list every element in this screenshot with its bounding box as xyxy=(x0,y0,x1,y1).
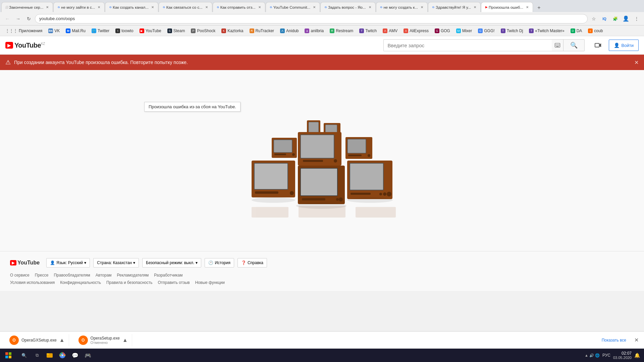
history-button[interactable]: 🕐 История xyxy=(205,258,234,267)
bookmark-twitchmaster[interactable]: T «Twitch Master» xyxy=(526,27,567,35)
extensions-icon[interactable]: 🧩 xyxy=(610,14,620,23)
taskbar-files-icon[interactable] xyxy=(44,349,56,361)
tab-5[interactable]: G Как отправить отз... ✕ xyxy=(213,2,265,12)
taskbar-search-icon[interactable]: 🔍 xyxy=(18,349,30,361)
show-all-downloads-button[interactable]: Показать все xyxy=(602,338,626,343)
bookmark-twitch[interactable]: T Twitch xyxy=(357,27,379,35)
error-close-button[interactable]: ✕ xyxy=(634,59,639,66)
download-chevron-1[interactable]: ▲ xyxy=(59,337,65,343)
help-button[interactable]: ❓ Справка xyxy=(237,258,267,267)
taskbar-app-icon[interactable]: 🎮 xyxy=(82,349,94,361)
taskbar-systray: ▲ 🔊 🌐 xyxy=(585,353,600,358)
footer-link-new-features[interactable]: Новые функции xyxy=(195,280,225,285)
bookmark-amv[interactable]: A AMV xyxy=(380,27,400,35)
country-select[interactable]: Страна: Казахстан ▾ xyxy=(93,258,139,267)
search-input[interactable] xyxy=(383,39,552,51)
tab-favicon-5: G xyxy=(216,5,220,10)
bookmark-star-icon[interactable]: ☆ xyxy=(589,14,598,23)
bookmark-rutracker[interactable]: R RuTracker xyxy=(247,27,277,35)
tab-9[interactable]: G Здравствуйте! Я у... ✕ xyxy=(428,2,481,12)
tab-2[interactable]: G не могу зайти в с... ✕ xyxy=(53,2,105,12)
tab-close-9[interactable]: ✕ xyxy=(472,5,478,10)
bookmark-aliexpress[interactable]: A AliExpress xyxy=(401,27,431,35)
tab-1[interactable]: ⬜ Законченные сер... ✕ xyxy=(1,2,53,12)
svg-rect-27 xyxy=(301,135,334,158)
tab-7[interactable]: G Задать вопрос - Яо... ✕ xyxy=(320,2,375,12)
youtube-logo-text: YouTubeKZ xyxy=(14,42,45,49)
tab-close-1[interactable]: ✕ xyxy=(45,5,50,10)
tab-close-4[interactable]: ✕ xyxy=(204,5,209,10)
bookmark-mixer[interactable]: M Mixer xyxy=(453,27,475,35)
svg-rect-36 xyxy=(255,191,278,194)
bookmark-mailru[interactable]: M Mail.Ru xyxy=(63,27,88,35)
notifications-icon[interactable]: 🔔 xyxy=(634,353,640,358)
taskbar-discord-icon[interactable]: 💬 xyxy=(69,349,81,361)
search-button[interactable]: 🔍 xyxy=(563,39,585,51)
tab-close-7[interactable]: ✕ xyxy=(367,5,373,10)
start-button[interactable] xyxy=(0,349,17,362)
address-bar[interactable]: youtube.com/oops xyxy=(35,14,588,23)
bookmark-apps[interactable]: ⋮⋮⋮ Приложения xyxy=(3,27,45,35)
language-select[interactable]: 👤 Язык: Русский ▾ xyxy=(46,258,90,267)
tab-close-2[interactable]: ✕ xyxy=(96,5,102,10)
bookmark-twitchdj[interactable]: T Twitch Dj xyxy=(498,27,526,35)
tab-close-8[interactable]: ✕ xyxy=(419,5,425,10)
reload-button[interactable]: ↻ xyxy=(24,14,34,23)
profile-icon[interactable]: 👤 xyxy=(621,14,631,23)
upload-button[interactable] xyxy=(591,39,605,52)
tab-close-3[interactable]: ✕ xyxy=(150,5,155,10)
bookmark-gog[interactable]: G GOG xyxy=(432,27,453,35)
bookmark-ggg[interactable]: G GGG! xyxy=(475,27,497,35)
footer-link-advertise[interactable]: Рекламодателям xyxy=(117,273,149,278)
footer-link-terms[interactable]: Условия использования xyxy=(10,280,55,285)
bookmark-anidub[interactable]: A Anidub xyxy=(277,27,301,35)
bookmark-anilbria[interactable]: a anilbria xyxy=(302,27,326,35)
tab-8[interactable]: G не могу создать к... ✕ xyxy=(376,2,428,12)
tab-6[interactable]: G YouTube Communit... ✕ xyxy=(266,2,320,12)
menu-icon[interactable]: ⋮ xyxy=(632,14,641,23)
bookmark-youtube[interactable]: ▶ YouTube xyxy=(137,27,164,35)
tab-4[interactable]: G Как связаться со с... ✕ xyxy=(159,2,212,12)
download-info-2: OperaSetup.exe Отменено xyxy=(91,336,120,345)
bookmark-kaztorka[interactable]: K Kaztorka xyxy=(219,27,246,35)
footer-link-creators[interactable]: Авторам xyxy=(96,273,112,278)
download-name-2: OperaSetup.exe xyxy=(91,336,120,341)
tab-close-10[interactable]: ✕ xyxy=(525,5,530,10)
taskbar-chrome-icon[interactable] xyxy=(56,349,68,361)
tab-title-3: Как создать канал... xyxy=(113,5,149,9)
footer-link-feedback[interactable]: Отправить отзыв xyxy=(158,280,190,285)
taskbar-task-view-icon[interactable]: ⧉ xyxy=(31,349,43,361)
iq-icon[interactable]: IQ xyxy=(600,14,609,23)
keyboard-icon[interactable] xyxy=(552,39,563,51)
footer-link-policy[interactable]: Правила и безопасность xyxy=(106,280,153,285)
bookmark-toowto[interactable]: t toowto xyxy=(113,27,136,35)
bookmark-coub[interactable]: c coub xyxy=(585,27,605,35)
bookmark-pooshock[interactable]: P PooShock xyxy=(188,27,218,35)
forward-button[interactable]: → xyxy=(13,14,23,23)
footer-link-copyright[interactable]: Правообладателям xyxy=(54,273,90,278)
footer-link-developers[interactable]: Разработчикам xyxy=(154,273,182,278)
bookmark-youtube-label: YouTube xyxy=(146,28,161,33)
new-tab-button[interactable]: + xyxy=(535,3,543,12)
tab-close-6[interactable]: ✕ xyxy=(312,5,317,10)
footer-logo[interactable]: ▶ YouTube xyxy=(10,260,40,266)
bookmark-twitter[interactable]: 🐦 Twitter xyxy=(89,27,112,35)
bookmark-steam[interactable]: S Steam xyxy=(165,27,188,35)
bookmark-da[interactable]: D DA xyxy=(568,27,585,35)
download-icon-2: O xyxy=(78,336,88,345)
download-bar-close-button[interactable]: ✕ xyxy=(634,337,639,343)
youtube-logo[interactable]: ▶ YouTubeKZ xyxy=(5,42,45,49)
footer-link-about[interactable]: О сервисе xyxy=(10,273,30,278)
footer-link-privacy[interactable]: Конфиденциальность xyxy=(60,280,101,285)
signin-button[interactable]: 👤 Войти xyxy=(609,40,639,51)
warning-icon: ⚠ xyxy=(5,59,11,66)
bookmark-vk[interactable]: ВК VK xyxy=(46,27,62,35)
download-chevron-2[interactable]: ▲ xyxy=(122,337,128,343)
footer-link-press[interactable]: Прессе xyxy=(35,273,49,278)
tab-close-5[interactable]: ✕ xyxy=(257,5,262,10)
bookmark-restream[interactable]: R Restream xyxy=(327,27,356,35)
back-button[interactable]: ← xyxy=(3,14,12,23)
tab-3[interactable]: G Как создать канал... ✕ xyxy=(105,2,158,12)
safe-mode-select[interactable]: Безопасный режим: выкл. ▾ xyxy=(142,258,201,267)
tab-10[interactable]: ▶ Произошла ошиб... ✕ xyxy=(481,2,533,12)
